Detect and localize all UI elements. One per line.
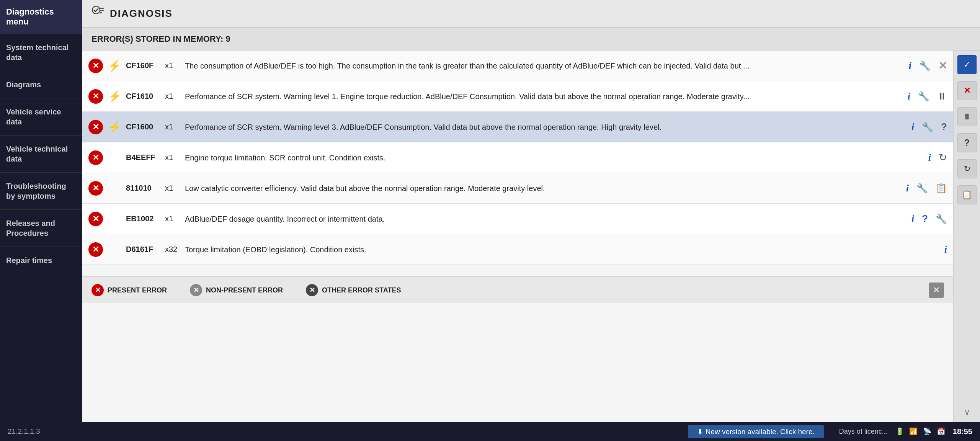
error-code: EB1002 (126, 214, 160, 223)
version-label: 21.2.1.1.3 (8, 427, 40, 436)
info-icon[interactable]: i (908, 91, 910, 102)
error-description: AdBlue/DEF dosage quantity. Incorrect or… (185, 214, 907, 224)
error-description: Low catalytic converter efficiency. Vali… (185, 183, 902, 194)
toolbar-doc-button[interactable]: 📋 (957, 185, 977, 204)
warning-icon: ⚡ (108, 59, 121, 72)
error-count: x1 (165, 214, 180, 223)
error-count-bar: ERROR(S) STORED IN MEMORY: 9 (82, 28, 980, 51)
warning-icon: ⚡ (108, 90, 121, 103)
error-code: CF1600 (126, 122, 160, 131)
error-status-icon: ✕ (88, 181, 103, 196)
non-present-error-icon: ✕ (190, 284, 202, 296)
error-code: CF160F (126, 61, 160, 70)
error-count: x1 (165, 92, 180, 101)
error-description: Perfomance of SCR system. Warning level … (185, 122, 907, 132)
sidebar-header[interactable]: Diagnostics menu (0, 0, 82, 34)
toolbar-x-button[interactable]: ✕ (957, 81, 977, 100)
main-content: DIAGNOSIS ERROR(S) STORED IN MEMORY: 9 ✕… (82, 0, 980, 422)
question-icon[interactable]: ? (922, 213, 928, 225)
sidebar-item-releases-procedures[interactable]: Releases and Procedures (0, 210, 82, 247)
wrench-icon[interactable]: 🔧 (916, 183, 928, 194)
sidebar-item-troubleshooting[interactable]: Troubleshooting by symptoms (0, 173, 82, 210)
status-bar: 21.2.1.1.3 ⬇ New version available. Clic… (0, 422, 980, 441)
non-present-error-label: NON-PRESENT ERROR (206, 286, 283, 294)
table-row[interactable]: ✕ 811010 x1 Low catalytic converter effi… (82, 173, 953, 204)
error-description: Torque limitation (EOBD legislation). Co… (185, 244, 940, 255)
legend-non-present-error: ✕ NON-PRESENT ERROR (190, 284, 283, 296)
signal-icon: 📡 (923, 427, 931, 436)
error-description: Engine torque limitation. SCR control un… (185, 152, 924, 163)
error-actions: i ↻ (928, 152, 947, 163)
toolbar-scroll-down[interactable]: ∨ (964, 407, 970, 417)
refresh-icon[interactable]: ↻ (939, 152, 947, 163)
close-icon[interactable]: ✕ (938, 59, 947, 72)
error-count: x32 (165, 245, 180, 254)
error-status-icon: ✕ (88, 120, 103, 134)
error-code: 811010 (126, 184, 160, 193)
error-actions: i 🔧 ⏸ (908, 90, 947, 102)
info-icon[interactable]: i (906, 183, 909, 194)
toolbar-question-button[interactable]: ? (957, 133, 977, 152)
diagnosis-icon (91, 5, 105, 22)
legend-other-error-states: ✕ OTHER ERROR STATES (306, 284, 401, 296)
other-error-states-icon: ✕ (306, 284, 318, 296)
present-error-label: PRESENT ERROR (108, 286, 167, 294)
info-icon[interactable]: i (909, 60, 911, 72)
error-actions: i ? 🔧 (911, 213, 947, 225)
pause-icon[interactable]: ⏸ (937, 90, 947, 102)
error-code: D6161F (126, 245, 160, 254)
legend-bar: ✕ PRESENT ERROR ✕ NON-PRESENT ERROR ✕ OT… (82, 276, 953, 303)
table-row[interactable]: ✕ ⚡ CF1610 x1 Perfomance of SCR system. … (82, 81, 953, 112)
sidebar-item-diagrams[interactable]: Diagrams (0, 71, 82, 98)
error-count: x1 (165, 122, 180, 131)
error-actions: i (944, 244, 947, 255)
sidebar-item-system-technical-data[interactable]: System technical data (0, 34, 82, 71)
wifi-icon: 📶 (909, 427, 918, 436)
wrench-icon[interactable]: 🔧 (922, 122, 933, 132)
toolbar-check-button[interactable]: ✓ (957, 55, 977, 74)
table-row[interactable]: ✕ ⚡ CF1600 x1 Perfomance of SCR system. … (82, 112, 953, 142)
status-icons: 🔋 📶 📡 📅 (895, 427, 945, 436)
info-icon[interactable]: i (911, 121, 914, 133)
legend-close-button[interactable]: ✕ (929, 283, 944, 298)
error-code: B4EEFF (126, 153, 160, 162)
question-icon[interactable]: ? (941, 121, 947, 133)
main-layout: Diagnostics menu System technical data D… (0, 0, 980, 422)
calendar-icon: 📅 (937, 427, 945, 436)
sidebar-item-repair-times[interactable]: Repair times (0, 247, 82, 274)
present-error-icon: ✕ (91, 284, 104, 296)
wrench-icon[interactable]: 🔧 (919, 60, 931, 71)
error-status-icon: ✕ (88, 89, 103, 104)
table-row[interactable]: ✕ D6161F x32 Torque limitation (EOBD leg… (82, 234, 953, 265)
error-code: CF1610 (126, 92, 160, 101)
spacer-row (82, 265, 953, 276)
other-error-states-label: OTHER ERROR STATES (322, 286, 401, 294)
svg-point-0 (92, 6, 100, 14)
error-status-icon: ✕ (88, 59, 103, 73)
sidebar-item-vehicle-service-data[interactable]: Vehicle service data (0, 98, 82, 136)
info-icon[interactable]: i (911, 213, 914, 225)
table-row[interactable]: ✕ B4EEFF x1 Engine torque limitation. SC… (82, 142, 953, 173)
error-actions: i 🔧 ? (911, 121, 947, 133)
toolbar-pause-button[interactable]: ⏸ (957, 107, 977, 126)
info-icon[interactable]: i (928, 152, 931, 163)
sidebar: Diagnostics menu System technical data D… (0, 0, 82, 422)
header-title: DIAGNOSIS (110, 8, 173, 20)
toolbar-refresh-button[interactable]: ↻ (957, 159, 977, 178)
battery-icon: 🔋 (895, 427, 904, 436)
error-count: x1 (165, 153, 180, 162)
svg-rect-1 (100, 8, 104, 9)
doc-icon[interactable]: 📋 (936, 183, 947, 194)
table-row[interactable]: ✕ ⚡ CF160F x1 The consumption of AdBlue/… (82, 51, 953, 81)
info-icon[interactable]: i (944, 244, 947, 255)
error-actions: i 🔧 📋 (906, 183, 947, 194)
sidebar-item-vehicle-technical-data[interactable]: Vehicle technical data (0, 136, 82, 173)
error-description: Perfomance of SCR system. Warning level … (185, 91, 903, 102)
header-bar: DIAGNOSIS (82, 0, 980, 28)
table-row[interactable]: ✕ EB1002 x1 AdBlue/DEF dosage quantity. … (82, 204, 953, 234)
update-button[interactable]: ⬇ New version available. Click here. (688, 425, 823, 438)
error-description: The consumption of AdBlue/DEF is too hig… (185, 60, 904, 71)
wrench-icon[interactable]: 🔧 (918, 91, 929, 102)
wrench-icon[interactable]: 🔧 (936, 214, 947, 224)
warning-icon: ⚡ (108, 121, 121, 133)
